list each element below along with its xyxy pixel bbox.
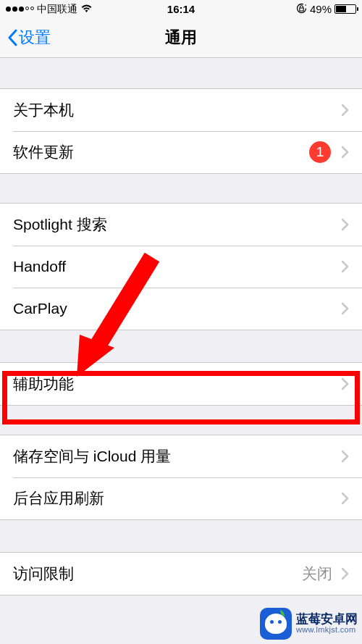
- chevron-right-icon: [341, 377, 349, 390]
- chevron-right-icon: [341, 104, 349, 117]
- page-title: 通用: [165, 27, 197, 49]
- row-spotlight[interactable]: Spotlight 搜索: [0, 204, 362, 246]
- settings-group-1: 关于本机 软件更新 1: [0, 88, 362, 174]
- row-label: 储存空间与 iCloud 用量: [13, 446, 341, 467]
- row-storage-icloud[interactable]: 储存空间与 iCloud 用量: [0, 435, 362, 477]
- orientation-lock-icon: [296, 3, 307, 16]
- battery-percent: 49%: [310, 3, 332, 15]
- row-restrictions[interactable]: 访问限制 关闭: [0, 553, 362, 595]
- status-time: 16:14: [167, 3, 195, 15]
- chevron-right-icon: [341, 218, 349, 231]
- chevron-left-icon: [7, 29, 17, 46]
- settings-group-5: 访问限制 关闭: [0, 552, 362, 595]
- row-value: 关闭: [302, 564, 332, 584]
- status-bar: 中国联通 16:14 49%: [0, 0, 362, 18]
- row-about[interactable]: 关于本机: [0, 89, 362, 131]
- row-carplay[interactable]: CarPlay: [0, 288, 362, 330]
- watermark-logo-icon: [260, 608, 292, 640]
- watermark-name: 蓝莓安卓网: [296, 613, 358, 626]
- row-label: Handoff: [13, 258, 341, 275]
- signal-dots-icon: [6, 7, 34, 12]
- row-software-update[interactable]: 软件更新 1: [0, 131, 362, 173]
- wifi-icon: [80, 3, 93, 15]
- row-label: 软件更新: [13, 142, 309, 162]
- row-label: CarPlay: [13, 300, 341, 317]
- carrier-label: 中国联通: [37, 3, 77, 16]
- row-label: 辅助功能: [13, 374, 341, 394]
- settings-group-4: 储存空间与 iCloud 用量 后台应用刷新: [0, 435, 362, 520]
- row-background-refresh[interactable]: 后台应用刷新: [0, 477, 362, 519]
- chevron-right-icon: [341, 146, 349, 159]
- status-left: 中国联通: [6, 3, 93, 16]
- settings-group-2: Spotlight 搜索 Handoff CarPlay: [0, 203, 362, 330]
- settings-group-3: 辅助功能: [0, 362, 362, 406]
- watermark-url: www.lmkjst.com: [296, 626, 358, 635]
- row-label: 访问限制: [13, 564, 302, 584]
- chevron-right-icon: [341, 492, 349, 505]
- chevron-right-icon: [341, 450, 349, 463]
- nav-bar: 设置 通用: [0, 18, 362, 58]
- chevron-right-icon: [341, 260, 349, 273]
- row-label: 后台应用刷新: [13, 488, 341, 509]
- back-button[interactable]: 设置: [7, 27, 51, 49]
- row-handoff[interactable]: Handoff: [0, 246, 362, 288]
- row-label: Spotlight 搜索: [13, 214, 341, 235]
- chevron-right-icon: [341, 302, 349, 315]
- back-label: 设置: [19, 27, 51, 49]
- status-right: 49%: [296, 3, 356, 16]
- watermark-text: 蓝莓安卓网 www.lmkjst.com: [296, 613, 358, 634]
- row-accessibility[interactable]: 辅助功能: [0, 363, 362, 405]
- battery-icon: [334, 4, 356, 14]
- row-label: 关于本机: [13, 100, 341, 120]
- notification-badge: 1: [309, 141, 331, 163]
- chevron-right-icon: [341, 567, 349, 580]
- watermark: 蓝莓安卓网 www.lmkjst.com: [260, 608, 358, 640]
